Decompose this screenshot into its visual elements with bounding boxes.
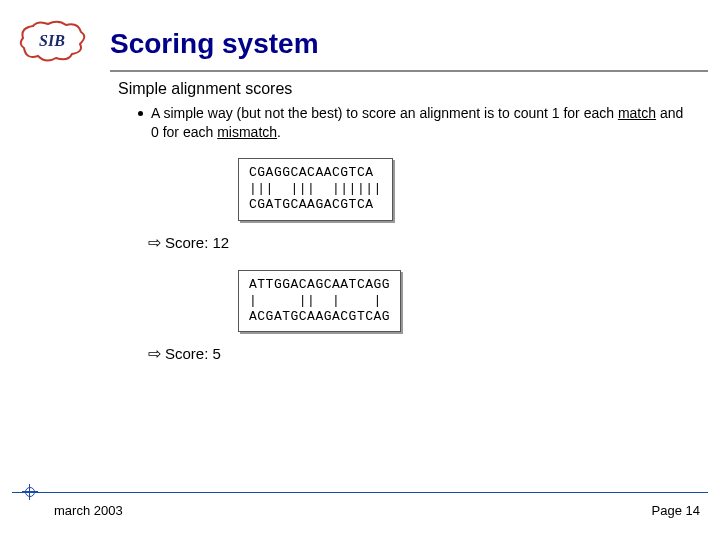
footer-date: march 2003 <box>54 503 123 518</box>
footer-page: Page 14 <box>652 503 700 518</box>
slide-footer: march 2003 Page 14 <box>0 498 720 518</box>
slide-title: Scoring system <box>110 28 319 60</box>
crosshair-icon <box>22 484 38 500</box>
arrow-icon: ⇨ <box>148 344 161 363</box>
alignment-example-1: CGAGGCACAACGTCA ||| ||| |||||| CGATGCAAG… <box>238 158 393 221</box>
score-row-2: ⇨ Score: 5 <box>148 344 690 363</box>
footer-rule <box>12 492 708 493</box>
bullet-icon <box>138 111 143 116</box>
score-label-2: Score: 5 <box>165 345 221 362</box>
slide-content: Simple alignment scores A simple way (bu… <box>118 80 690 381</box>
sib-logo: SIB <box>18 18 88 66</box>
svg-text:SIB: SIB <box>39 32 65 49</box>
arrow-icon: ⇨ <box>148 233 161 252</box>
score-label-1: Score: 12 <box>165 234 229 251</box>
score-row-1: ⇨ Score: 12 <box>148 233 690 252</box>
alignment-example-2: ATTGGACAGCAATCAGG | || | | ACGATGCAAGACG… <box>238 270 401 333</box>
subheading: Simple alignment scores <box>118 80 690 98</box>
title-underline <box>110 70 708 72</box>
bullet-item: A simple way (but not the best) to score… <box>138 104 690 142</box>
bullet-text: A simple way (but not the best) to score… <box>151 104 690 142</box>
